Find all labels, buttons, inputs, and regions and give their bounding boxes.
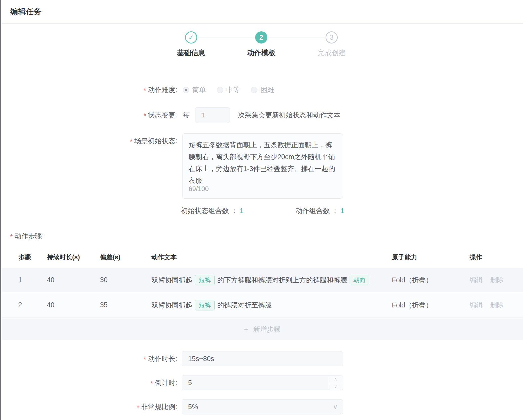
ratio-label: * 非常规比例: [0,402,177,411]
required-asterisk: * [144,356,146,364]
action-text-fragment: 的下方裤腿和裤腰对折到上方的裤腿和裤腰 [217,276,347,285]
step3-circle: 3 [326,31,338,44]
dialog-title: 编辑任务 [10,7,42,17]
required-asterisk: * [150,380,153,388]
initial-state-textarea[interactable]: 短裤五条数据背面朝上，五条数据正面朝上，裤腰朝右，离头部视野下方至少20cm之外… [182,133,343,199]
required-asterisk: * [130,138,133,146]
countdown-row: * 倒计时: 5 ∧ ∨ [0,375,523,390]
cell-ability: Fold（折叠） [392,301,470,310]
difficulty-label: * 动作难度: [0,85,177,94]
radio-option-label: 简单 [192,85,206,94]
col-duration: 持续时长(s) [47,253,100,261]
state-change-label: * 状态变更: [0,111,177,120]
overlay-edge [0,0,1,420]
radio-option[interactable]: 困难 [251,85,274,94]
table-row: 14030双臂协同抓起短裤的下方裤腿和裤腰对折到上方的裤腿和裤腰朝向Fold（折… [0,268,523,292]
step-connector [198,37,255,37]
delete-button[interactable]: 删除 [490,276,504,284]
action-combo-count: 动作组合数 ：1 [295,206,344,215]
cell-action-text: 双臂协同抓起短裤的下方裤腿和裤腰对折到上方的裤腿和裤腰朝向 [151,275,392,285]
dialog-header: 编辑任务 [1,0,523,24]
radio-icon [183,87,189,93]
add-step-button[interactable]: ＋ 新增步骤 [0,319,523,340]
radio-option[interactable]: 简单 [183,85,206,94]
cell-action-text: 双臂协同抓起短裤的裤腰对折至裤腿 [151,300,392,310]
step1-label: 基础信息 [153,48,229,58]
entity-tag: 朝向 [350,275,369,285]
initial-combo-value: 1 [240,207,244,215]
required-asterisk: * [144,87,146,95]
action-combo-value: 1 [340,207,344,215]
col-ability: 原子能力 [392,253,470,261]
delete-button[interactable]: 删除 [490,301,504,309]
chevron-down-icon: ∨ [333,403,338,411]
number-spinner: ∧ ∨ [328,375,343,390]
duration-label: * 动作时长: [0,354,177,363]
radio-option[interactable]: 中等 [217,85,240,94]
entity-tag: 短裤 [195,300,215,310]
state-change-row: * 状态变更: 每 1 次采集会更新初始状态和动作文本 [0,107,523,123]
plus-icon: ＋ [243,325,250,334]
radio-option-label: 中等 [226,85,240,94]
col-deviation: 偏差(s) [100,253,151,261]
cell-operations: 编辑删除 [470,276,515,284]
step3-label: 完成创建 [294,48,370,58]
duration-row: * 动作时长: 15s~80s [0,351,523,366]
steps-table-body: 14030双臂协同抓起短裤的下方裤腿和裤腰对折到上方的裤腿和裤腰朝向Fold（折… [0,268,523,318]
radio-icon [217,87,223,93]
action-text-fragment: 的裤腰对折至裤腿 [217,301,272,310]
chevron-up-icon[interactable]: ∧ [328,375,343,383]
steps-table-header: 步骤 持续时长(s) 偏差(s) 动作文本 原子能力 操作 [0,247,523,268]
step-connector [268,37,325,37]
step2-circle: 2 [255,31,267,44]
chevron-down-icon[interactable]: ∨ [328,383,343,390]
col-action-text: 动作文本 [151,253,392,261]
cell-deviation: 30 [100,276,151,284]
char-counter: 69/100 [189,183,209,195]
state-change-suffix: 次采集会更新初始状态和动作文本 [238,111,340,120]
required-asterisk: * [137,404,139,412]
edit-button[interactable]: 编辑 [470,301,483,309]
ratio-row: * 非常规比例: 5% ∨ [0,399,523,414]
check-icon: ✓ [188,34,194,41]
countdown-label: * 倒计时: [0,378,177,387]
step2-label: 动作模板 [223,48,299,58]
initial-combo-count: 初始状态组合数 ：1 [181,206,244,215]
required-asterisk: * [144,112,146,120]
edit-task-dialog: 编辑任务 ✕ ✓ 2 3 基础信息 动作模板 完成创建 * 动作难度: 简单中等… [0,0,523,420]
combo-counts-row: 初始状态组合数 ：1 动作组合数 ：1 [181,206,344,215]
initial-state-label: * 场景初始状态: [0,136,177,145]
col-operations: 操作 [470,253,515,261]
difficulty-radio-group: 简单中等困难 [183,85,285,94]
difficulty-row: * 动作难度: 简单中等困难 [0,83,523,96]
table-row: 24035双臂协同抓起短裤的裤腰对折至裤腿Fold（折叠）编辑删除 [0,293,523,318]
required-asterisk: * [10,233,13,241]
action-text-fragment: 双臂协同抓起 [151,301,192,310]
radio-icon [251,87,257,93]
countdown-input[interactable]: 5 ∧ ∨ [182,375,343,390]
cell-step: 1 [18,276,47,284]
col-step: 步骤 [18,253,47,261]
ratio-select[interactable]: 5% ∨ [182,399,343,414]
step1-circle: ✓ [185,31,197,44]
cell-step: 2 [18,301,47,309]
duration-input[interactable]: 15s~80s [182,351,343,366]
action-steps-section-label: * 动作步骤: [10,230,44,242]
cell-duration: 40 [47,276,100,284]
state-change-input[interactable]: 1 [195,107,230,123]
entity-tag: 短裤 [195,275,215,285]
cell-ability: Fold（折叠） [392,276,470,285]
cell-operations: 编辑删除 [470,301,515,309]
cell-duration: 40 [47,301,100,309]
cell-deviation: 35 [100,301,151,309]
state-change-prefix: 每 [183,111,190,120]
radio-option-label: 困难 [260,85,274,94]
edit-button[interactable]: 编辑 [470,276,483,284]
action-text-fragment: 双臂协同抓起 [151,276,192,285]
